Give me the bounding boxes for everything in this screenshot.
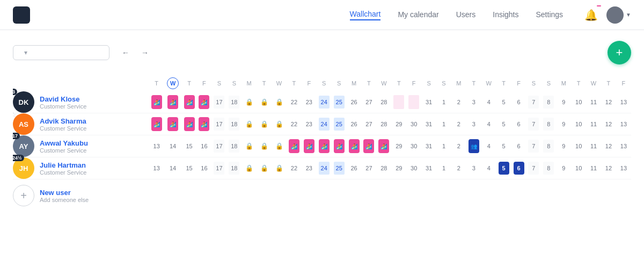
nav-insights[interactable]: Insights — [493, 10, 518, 20]
cal-cell-18[interactable]: 31 — [421, 157, 436, 179]
cal-cell-12[interactable]: 25 — [332, 157, 347, 179]
cal-cell-28[interactable]: 10 — [571, 135, 586, 157]
cal-cell-20[interactable]: 2 — [451, 91, 466, 113]
cal-cell-15[interactable]: 28 — [376, 157, 391, 179]
cal-cell-15[interactable]: 28 — [376, 113, 391, 135]
cal-cell-17[interactable] — [406, 91, 421, 113]
cal-cell-7[interactable]: 🔒 — [257, 113, 272, 135]
cal-cell-2[interactable]: 🏄 — [182, 91, 197, 113]
cal-cell-3[interactable]: 🏄 — [197, 91, 212, 113]
cal-cell-26[interactable]: 8 — [541, 113, 556, 135]
cal-cell-26[interactable]: 8 — [541, 91, 556, 113]
cal-cell-18[interactable]: 31 — [421, 91, 436, 113]
next-button[interactable]: → — [137, 45, 152, 60]
cal-cell-4[interactable]: 17 — [211, 135, 226, 157]
cal-cell-10[interactable]: 23 — [302, 157, 317, 179]
cal-cell-5[interactable]: 18 — [226, 135, 241, 157]
cal-cell-23[interactable]: 5 — [496, 113, 511, 135]
cal-cell-25[interactable]: 7 — [526, 157, 541, 179]
cal-cell-13[interactable]: 🏄 — [347, 135, 362, 157]
cal-cell-27[interactable]: 9 — [556, 135, 571, 157]
cal-cell-30[interactable]: 12 — [601, 91, 616, 113]
cal-cell-22[interactable]: 4 — [481, 113, 496, 135]
cal-cell-1[interactable]: 14 — [164, 135, 182, 157]
cal-cell-22[interactable]: 4 — [481, 135, 496, 157]
cal-cell-8[interactable]: 🔒 — [272, 135, 287, 157]
person-name[interactable]: David Klose — [40, 95, 86, 103]
cal-cell-0[interactable]: 🏄 — [149, 113, 164, 135]
cal-cell-27[interactable]: 9 — [556, 91, 571, 113]
notifications-button[interactable]: 🔔 — [584, 9, 598, 21]
cal-cell-22[interactable]: 4 — [481, 91, 496, 113]
cal-cell-19[interactable]: 1 — [436, 113, 451, 135]
cal-cell-23[interactable]: 5 — [496, 91, 511, 113]
cal-cell-20[interactable]: 2 — [451, 135, 466, 157]
cal-cell-11[interactable]: 🏄 — [317, 135, 332, 157]
cal-cell-7[interactable]: 🔒 — [257, 91, 272, 113]
cal-cell-0[interactable]: 13 — [149, 157, 164, 179]
cal-cell-19[interactable]: 1 — [436, 157, 451, 179]
cal-cell-29[interactable]: 11 — [586, 113, 601, 135]
cal-cell-13[interactable]: 26 — [347, 91, 362, 113]
nav-settings[interactable]: Settings — [536, 10, 564, 20]
cal-cell-8[interactable]: 🔒 — [272, 157, 287, 179]
cal-cell-26[interactable]: 8 — [541, 135, 556, 157]
cal-cell-6[interactable]: 🔒 — [241, 113, 257, 135]
cal-cell-19[interactable]: 1 — [436, 135, 451, 157]
cal-cell-28[interactable]: 10 — [571, 113, 586, 135]
cal-cell-27[interactable]: 9 — [556, 113, 571, 135]
cal-cell-18[interactable]: 31 — [421, 135, 436, 157]
cal-cell-9[interactable]: 22 — [287, 157, 302, 179]
cal-cell-28[interactable]: 10 — [571, 157, 586, 179]
cal-cell-13[interactable]: 26 — [347, 157, 362, 179]
cal-cell-29[interactable]: 11 — [586, 91, 601, 113]
cal-cell-16[interactable]: 29 — [391, 157, 406, 179]
cal-cell-15[interactable]: 🏄 — [376, 135, 391, 157]
cal-cell-16[interactable] — [391, 91, 406, 113]
cal-cell-4[interactable]: 17 — [211, 113, 226, 135]
user-menu[interactable]: ▼ — [606, 6, 631, 24]
cal-cell-9[interactable]: 22 — [287, 91, 302, 113]
cal-cell-25[interactable]: 7 — [526, 135, 541, 157]
cal-cell-22[interactable]: 4 — [481, 157, 496, 179]
cal-cell-8[interactable]: 🔒 — [272, 91, 287, 113]
cal-cell-4[interactable]: 17 — [211, 157, 226, 179]
cal-cell-30[interactable]: 12 — [601, 113, 616, 135]
cal-cell-29[interactable]: 11 — [586, 135, 601, 157]
cal-cell-20[interactable]: 2 — [451, 157, 466, 179]
cal-cell-4[interactable]: 17 — [211, 91, 226, 113]
cal-cell-29[interactable]: 11 — [586, 157, 601, 179]
cal-cell-11[interactable]: 24 — [317, 157, 332, 179]
cal-cell-31[interactable]: 13 — [616, 113, 631, 135]
cal-cell-6[interactable]: 🔒 — [241, 157, 257, 179]
cal-cell-16[interactable]: 29 — [391, 135, 406, 157]
cal-cell-24[interactable]: 6 — [511, 91, 526, 113]
cal-cell-3[interactable]: 16 — [197, 135, 212, 157]
cal-cell-24[interactable]: 6 — [511, 113, 526, 135]
cal-cell-1[interactable]: 🏄 — [164, 113, 182, 135]
cal-cell-25[interactable]: 7 — [526, 91, 541, 113]
cal-cell-14[interactable]: 27 — [362, 91, 377, 113]
nav-users[interactable]: Users — [456, 10, 476, 20]
person-name[interactable]: Advik Sharma — [40, 117, 86, 125]
cal-cell-2[interactable]: 15 — [182, 135, 197, 157]
cal-cell-5[interactable]: 18 — [226, 113, 241, 135]
cal-cell-8[interactable]: 🔒 — [272, 113, 287, 135]
cal-cell-19[interactable]: 1 — [436, 91, 451, 113]
cal-cell-30[interactable]: 12 — [601, 135, 616, 157]
cal-cell-21[interactable]: 👥 — [466, 135, 481, 157]
person-name[interactable]: Julie Hartman — [40, 161, 86, 169]
cal-cell-10[interactable]: 🏄 — [302, 135, 317, 157]
cal-cell-13[interactable]: 26 — [347, 113, 362, 135]
nav-wallchart[interactable]: Wallchart — [350, 10, 381, 20]
cal-cell-17[interactable]: 30 — [406, 113, 421, 135]
cal-cell-7[interactable]: 🔒 — [257, 135, 272, 157]
cal-cell-11[interactable]: 24 — [317, 91, 332, 113]
cal-cell-26[interactable]: 8 — [541, 157, 556, 179]
cal-cell-25[interactable]: 7 — [526, 113, 541, 135]
cal-cell-12[interactable]: 🏄 — [332, 135, 347, 157]
cal-cell-6[interactable]: 🔒 — [241, 91, 257, 113]
cal-cell-9[interactable]: 22 — [287, 113, 302, 135]
cal-cell-3[interactable]: 🏄 — [197, 113, 212, 135]
cal-cell-5[interactable]: 18 — [226, 157, 241, 179]
